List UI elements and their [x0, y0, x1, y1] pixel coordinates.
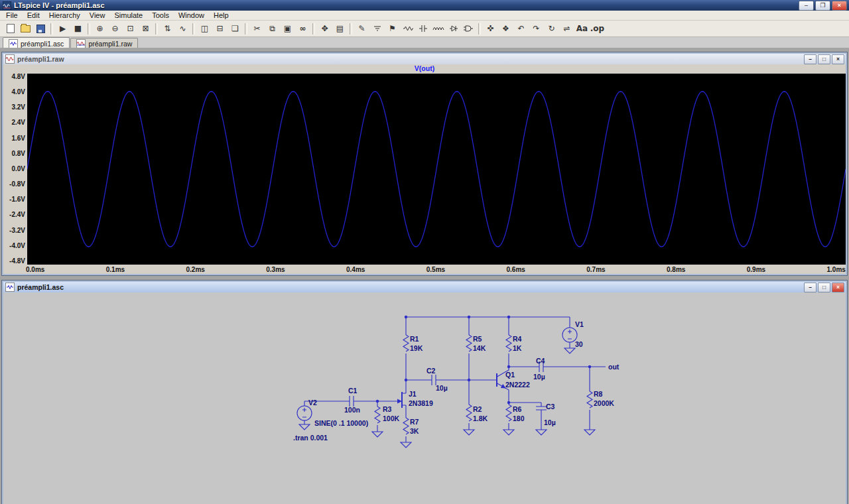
ltspice-app-icon[interactable]	[3, 1, 11, 10]
place-ground-button[interactable]	[369, 21, 385, 36]
maximize-button[interactable]: □	[818, 54, 830, 64]
net-label-out[interactable]: out	[608, 363, 620, 371]
component-ref-label[interactable]: V1	[575, 320, 584, 328]
component-ref-label[interactable]: R3	[383, 405, 392, 413]
find-button[interactable]: ∞	[295, 21, 310, 36]
schematic-window-titlebar[interactable]: préampli1.asc – □ ×	[3, 282, 846, 292]
component-value-label[interactable]: 2N3819	[409, 399, 433, 407]
print-button[interactable]: ▤	[332, 21, 348, 36]
minimize-button[interactable]: –	[804, 283, 816, 292]
trace-legend-vout[interactable]: V(out)	[415, 64, 434, 72]
restore-button[interactable]: ❐	[815, 1, 830, 11]
move-button[interactable]: ✜	[483, 21, 498, 36]
component-C4[interactable]: C4 10µ	[533, 357, 545, 381]
component-ref-label[interactable]: C3	[546, 403, 555, 410]
close-button[interactable]: ×	[832, 1, 847, 11]
component-ref-label[interactable]: R2	[473, 405, 482, 413]
component-R2[interactable]: R2 1.8K	[466, 405, 488, 422]
menu-item[interactable]: Window	[174, 11, 209, 20]
draw-wire-button[interactable]: ✎	[354, 21, 369, 36]
component-value-label[interactable]: 1.8K	[473, 414, 488, 422]
close-button[interactable]: ×	[832, 283, 844, 292]
component-value-label[interactable]: 2000K	[594, 399, 614, 407]
zoom-back-button[interactable]: ⊖	[107, 21, 123, 36]
component-value-label[interactable]: 14K	[473, 344, 486, 352]
component-value-label[interactable]: 10µ	[436, 384, 448, 392]
waveform-window-titlebar[interactable]: préampli1.raw – □ ×	[3, 54, 846, 64]
component-ref-label[interactable]: C4	[536, 357, 545, 365]
component-R1[interactable]: R1 19K	[403, 335, 423, 352]
waveform-pane-button[interactable]: ∿	[175, 21, 190, 36]
component-value-label[interactable]: 3K	[410, 427, 419, 435]
component-R6[interactable]: R6 180	[506, 405, 525, 422]
rotate-button[interactable]: ↻	[544, 21, 559, 36]
component-value-label[interactable]: 10µ	[544, 418, 556, 426]
waveform-plot[interactable]	[27, 74, 846, 265]
spice-directive-button[interactable]: .op	[590, 21, 605, 36]
component-value-label[interactable]: 1K	[513, 344, 522, 352]
mirror-button[interactable]: ⇌	[559, 21, 574, 36]
open-file-button[interactable]	[18, 21, 33, 36]
undo-button[interactable]: ↶	[513, 21, 529, 36]
place-component-button[interactable]	[461, 21, 476, 36]
component-R7[interactable]: R7 3K	[403, 418, 419, 435]
tile-horizontal-button[interactable]: ⊟	[212, 21, 228, 36]
paste-button[interactable]: ▣	[280, 21, 295, 36]
component-ref-label[interactable]: V2	[308, 399, 317, 407]
ground-symbols[interactable]	[299, 348, 595, 448]
cascade-windows-button[interactable]: ❏	[228, 21, 243, 36]
component-C2[interactable]: C2 10µ	[426, 367, 448, 392]
menu-item[interactable]: Edit	[23, 11, 44, 20]
place-resistor-button[interactable]	[400, 21, 415, 36]
autorange-y-button[interactable]: ⇅	[160, 21, 175, 36]
component-V1[interactable]: V1 30	[562, 320, 584, 348]
menu-item[interactable]: Help	[209, 11, 233, 20]
component-R4[interactable]: R4 1K	[506, 335, 522, 352]
component-ref-label[interactable]: R7	[410, 418, 419, 426]
schematic-canvas[interactable]: R1 19K R5 14K R4 1K R2 1.8K	[3, 292, 846, 504]
cut-button[interactable]: ✂	[249, 21, 265, 36]
place-text-button[interactable]: Aa	[574, 21, 590, 36]
component-value-label[interactable]: 19K	[410, 344, 423, 352]
menu-item[interactable]: Hierarchy	[44, 11, 85, 20]
drag-button[interactable]: ❖	[498, 21, 513, 36]
halt-simulation-button[interactable]: ■	[70, 21, 86, 36]
component-value-label[interactable]: 100K	[383, 414, 400, 422]
new-schematic-button[interactable]	[3, 21, 18, 36]
place-capacitor-button[interactable]	[415, 21, 430, 36]
place-inductor-button[interactable]	[430, 21, 446, 36]
component-value-label[interactable]: 100n	[344, 406, 360, 414]
component-ref-label[interactable]: R4	[513, 335, 522, 343]
menu-item[interactable]: Tools	[147, 11, 174, 20]
component-R3[interactable]: R3 100K	[375, 405, 400, 423]
tile-vertical-button[interactable]: ◫	[197, 21, 212, 36]
place-net-label-button[interactable]: ⚑	[385, 21, 400, 36]
component-R8[interactable]: R8 2000K	[587, 390, 614, 408]
component-Q1[interactable]: Q1 2N2222	[497, 367, 530, 403]
component-ref-label[interactable]: C1	[348, 387, 358, 395]
zoom-in-button[interactable]: ⊕	[92, 21, 107, 36]
minimize-button[interactable]: –	[804, 54, 816, 64]
menu-item[interactable]: View	[85, 11, 110, 20]
component-ref-label[interactable]: Q1	[505, 371, 515, 379]
component-value-label[interactable]: 180	[513, 414, 525, 422]
minimize-button[interactable]: –	[799, 1, 814, 11]
save-file-button[interactable]	[33, 21, 48, 36]
component-ref-label[interactable]: R5	[473, 335, 482, 343]
component-ref-label[interactable]: R6	[513, 405, 522, 413]
maximize-button[interactable]: □	[818, 283, 830, 292]
component-value-label[interactable]: 30	[575, 340, 583, 348]
zoom-full-extents-button[interactable]: ⊡	[123, 21, 138, 36]
zoom-area-button[interactable]: ⊠	[138, 21, 153, 36]
close-button[interactable]: ×	[832, 54, 844, 64]
component-value-label[interactable]: 2N2222	[505, 381, 530, 389]
redo-button[interactable]: ↷	[529, 21, 544, 36]
component-C1[interactable]: C1 100n	[344, 387, 360, 414]
copy-button[interactable]: ⧉	[265, 21, 280, 36]
component-ref-label[interactable]: J1	[409, 390, 417, 398]
component-J1[interactable]: J1 2N3819	[392, 390, 433, 418]
component-ref-label[interactable]: R1	[410, 335, 419, 343]
component-C3[interactable]: C3 10µ	[536, 403, 556, 426]
spice-directive-text[interactable]: .tran 0.001	[293, 434, 328, 442]
component-ref-label[interactable]: R8	[594, 390, 603, 398]
